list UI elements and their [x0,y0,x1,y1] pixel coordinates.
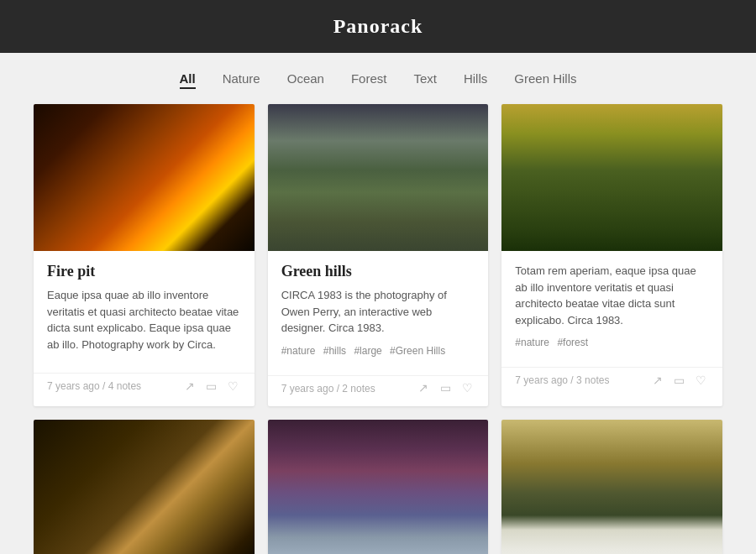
share-icon-forest[interactable]: ↗ [650,373,665,388]
category-nav: All Nature Ocean Forest Text Hills Green… [0,53,756,104]
card-meta-firepit: 7 years ago / 4 notes [47,380,141,392]
card-actions-forest: ↗ ▭ ♡ [650,373,709,388]
tag-nature-forest[interactable]: #nature [515,337,549,348]
like-icon-firepit[interactable]: ♡ [226,379,241,394]
tag-hills[interactable]: #hills [323,345,346,357]
card-tags-greenhills: #nature #hills #large #Green Hills [281,345,475,357]
card-forest: Totam rem aperiam, eaque ipsa quae ab il… [501,104,722,406]
card-desc-firepit: Eaque ipsa quae ab illo inventore verita… [47,287,241,353]
tag-nature[interactable]: #nature [281,345,316,357]
share-icon-greenhills[interactable]: ↗ [416,381,431,396]
card-image-forest [501,104,722,251]
nav-item-all[interactable]: All [180,71,196,89]
card-tags-forest: #nature #forest [515,337,709,348]
card-footer-forest: 7 years ago / 3 notes ↗ ▭ ♡ [501,367,722,398]
card-title-greenhills: Green hills [281,263,475,280]
card-actions-firepit: ↗ ▭ ♡ [182,379,241,394]
card-image-greenhills [268,104,489,251]
comment-icon-greenhills[interactable]: ▭ [438,381,453,396]
card-body-forest: Totam rem aperiam, eaque ipsa quae ab il… [501,251,722,363]
nav-item-ocean[interactable]: Ocean [287,71,324,86]
tag-forest[interactable]: #forest [557,337,588,348]
photo-gallery: Fire pit Eaque ipsa quae ab illo invento… [0,104,756,554]
like-icon-greenhills[interactable]: ♡ [459,381,475,396]
nav-item-greenhills[interactable]: Green Hills [514,71,576,86]
card-title-firepit: Fire pit [47,263,241,280]
card-image-cockpit [34,420,255,555]
nav-item-forest[interactable]: Forest [351,71,387,86]
card-desc-greenhills: CIRCA 1983 is the photography of Owen Pe… [281,287,475,337]
card-firepit: Fire pit Eaque ipsa quae ab illo invento… [34,104,255,406]
tag-greenhills[interactable]: #Green Hills [390,345,445,357]
comment-icon-forest[interactable]: ▭ [672,373,687,388]
tag-large[interactable]: #large [354,345,381,357]
card-footer-greenhills: 7 years ago / 2 notes ↗ ▭ ♡ [268,375,489,406]
site-title: Panorack [0,15,756,38]
card-greenhills: Green hills CIRCA 1983 is the photograph… [268,104,489,406]
card-ocean [268,420,489,555]
card-image-firepit [34,104,255,251]
card-meta-greenhills: 7 years ago / 2 notes [281,383,375,395]
nav-item-hills[interactable]: Hills [464,71,487,86]
card-clouds [501,420,722,555]
comment-icon-firepit[interactable]: ▭ [204,379,219,394]
share-icon-firepit[interactable]: ↗ [182,379,197,394]
like-icon-forest[interactable]: ♡ [694,373,709,388]
nav-item-nature[interactable]: Nature [223,71,260,86]
card-cockpit [34,420,255,555]
card-desc-forest: Totam rem aperiam, eaque ipsa quae ab il… [515,263,709,328]
card-image-ocean [268,420,489,555]
card-actions-greenhills: ↗ ▭ ♡ [416,381,475,396]
card-image-clouds [501,420,722,555]
card-footer-firepit: 7 years ago / 4 notes ↗ ▭ ♡ [34,373,255,404]
site-header: Panorack [0,0,756,53]
card-meta-forest: 7 years ago / 3 notes [515,374,609,386]
nav-item-text[interactable]: Text [413,71,437,86]
card-body-greenhills: Green hills CIRCA 1983 is the photograph… [268,251,489,372]
card-body-firepit: Fire pit Eaque ipsa quae ab illo invento… [34,251,255,369]
